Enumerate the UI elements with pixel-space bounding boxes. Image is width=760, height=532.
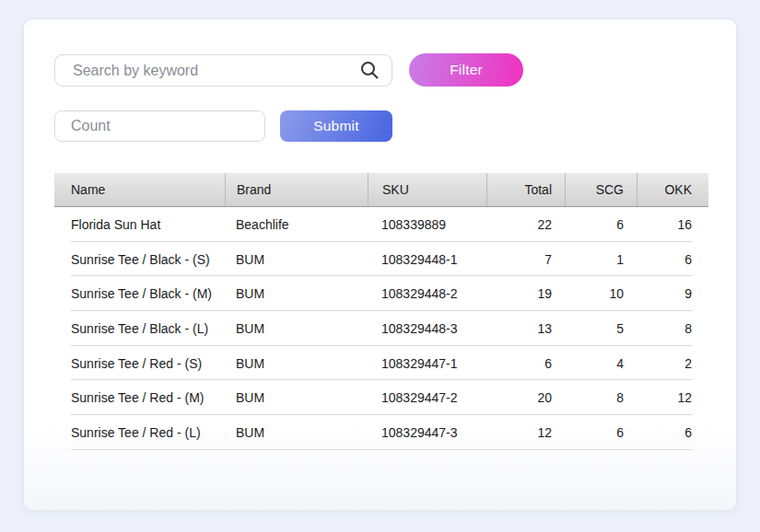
table-row: Sunrise Tee / Red - (S) BUM 108329447-1 … xyxy=(54,346,708,381)
cell-sku: 108329448-3 xyxy=(368,311,486,346)
table-row: Sunrise Tee / Black - (L) BUM 108329448-… xyxy=(54,311,708,346)
cell-scg: 1 xyxy=(565,242,637,277)
column-header-name: Name xyxy=(54,173,225,206)
cell-okk: 16 xyxy=(637,207,708,242)
table-row: Florida Sun Hat Beachlife 108339889 22 6… xyxy=(54,207,708,242)
cell-brand: BUM xyxy=(225,311,368,346)
cell-brand: BUM xyxy=(225,415,368,450)
cell-brand: BUM xyxy=(225,276,368,311)
table-row: Sunrise Tee / Black - (S) BUM 108329448-… xyxy=(54,242,708,277)
column-header-scg: SCG xyxy=(565,173,637,206)
table-header-row: Name Brand SKU Total SCG OKK xyxy=(54,173,708,207)
submit-button[interactable]: Submit xyxy=(280,110,392,142)
cell-name: Sunrise Tee / Black - (L) xyxy=(54,311,225,346)
cell-okk: 12 xyxy=(637,380,708,415)
column-header-sku: SKU xyxy=(368,173,486,206)
panel: Filter Submit Name Brand SKU Total SCG O… xyxy=(23,18,737,511)
cell-total: 19 xyxy=(486,276,565,311)
cell-scg: 8 xyxy=(565,380,637,415)
cell-brand: BUM xyxy=(225,380,368,415)
cell-total: 6 xyxy=(486,346,565,381)
table-row: Sunrise Tee / Red - (L) BUM 108329447-3 … xyxy=(54,415,708,450)
cell-okk: 2 xyxy=(637,346,708,381)
cell-scg: 10 xyxy=(565,276,637,311)
cell-name: Sunrise Tee / Red - (S) xyxy=(54,346,225,381)
cell-scg: 6 xyxy=(565,207,637,242)
cell-sku: 108329448-2 xyxy=(368,276,486,311)
cell-sku: 108329447-1 xyxy=(368,346,486,381)
cell-sku: 108339889 xyxy=(368,207,486,242)
cell-okk: 6 xyxy=(637,242,708,277)
cell-total: 12 xyxy=(486,415,565,450)
column-header-total: Total xyxy=(486,173,565,206)
products-table: Name Brand SKU Total SCG OKK Florida Sun… xyxy=(54,173,708,450)
table-row: Sunrise Tee / Red - (M) BUM 108329447-2 … xyxy=(54,380,708,415)
cell-total: 22 xyxy=(486,207,565,242)
cell-brand: BUM xyxy=(225,242,368,277)
column-header-okk: OKK xyxy=(637,173,708,206)
cell-brand: Beachlife xyxy=(225,207,368,242)
search-field-wrap xyxy=(54,54,392,87)
cell-okk: 9 xyxy=(637,276,708,311)
column-header-brand: Brand xyxy=(225,173,368,206)
cell-name: Sunrise Tee / Red - (M) xyxy=(54,380,225,415)
cell-scg: 4 xyxy=(565,346,637,381)
cell-sku: 108329447-3 xyxy=(368,415,486,450)
cell-total: 20 xyxy=(486,380,565,415)
search-input[interactable] xyxy=(54,54,392,87)
cell-okk: 6 xyxy=(637,415,708,450)
cell-name: Sunrise Tee / Black - (S) xyxy=(54,242,225,277)
cell-name: Sunrise Tee / Red - (L) xyxy=(54,415,225,450)
cell-okk: 8 xyxy=(637,311,708,346)
cell-total: 7 xyxy=(486,242,565,277)
cell-sku: 108329448-1 xyxy=(368,242,486,277)
cell-name: Florida Sun Hat xyxy=(54,207,225,242)
cell-total: 13 xyxy=(486,311,565,346)
table-row: Sunrise Tee / Black - (M) BUM 108329448-… xyxy=(54,276,708,311)
cell-brand: BUM xyxy=(225,346,368,381)
cell-scg: 5 xyxy=(565,311,637,346)
count-field-wrap xyxy=(54,110,265,142)
cell-sku: 108329447-2 xyxy=(368,380,486,415)
cell-scg: 6 xyxy=(565,415,637,450)
count-input[interactable] xyxy=(54,110,265,142)
search-icon[interactable] xyxy=(358,59,380,81)
filter-button[interactable]: Filter xyxy=(409,53,523,87)
cell-name: Sunrise Tee / Black - (M) xyxy=(54,276,225,311)
